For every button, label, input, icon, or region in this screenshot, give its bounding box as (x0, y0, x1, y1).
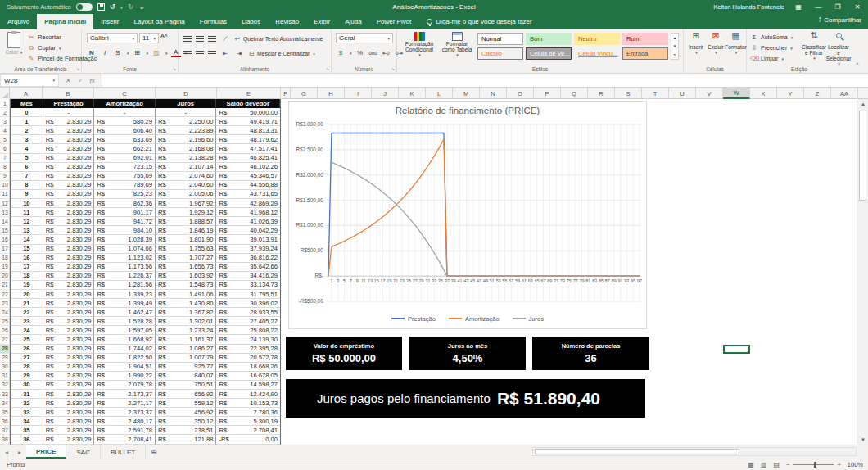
cell-value[interactable]: R$30.396,02 (216, 299, 280, 308)
cell-value[interactable]: R$2.830,29 (43, 435, 95, 444)
cell-value[interactable]: R$1.656,73 (156, 263, 217, 272)
cell-value[interactable]: R$1.462,47 (94, 308, 156, 317)
display-settings-icon[interactable]: ▦ (793, 3, 804, 11)
zoom-out-icon[interactable]: − (786, 461, 789, 468)
row-header-36[interactable]: 36 (0, 417, 10, 426)
kpi-installments[interactable]: Número de parcelas 36 (532, 337, 649, 370)
cell-mes[interactable]: 8 (11, 181, 43, 190)
cell-value[interactable]: R$1.929,12 (156, 208, 217, 217)
row-header-31[interactable]: 31 (0, 372, 10, 381)
comma-style-button[interactable]: 000 (368, 47, 378, 58)
cell-mes[interactable]: 21 (11, 299, 43, 308)
column-header-f[interactable]: F (281, 88, 291, 99)
align-middle-icon[interactable] (196, 36, 204, 42)
cell-mes[interactable]: 11 (11, 208, 43, 217)
save-icon[interactable] (97, 3, 105, 11)
ribbon-tab-pa-gina-inicial[interactable]: Página Inicial (37, 14, 93, 29)
gallery-down-icon[interactable]: ▾ (674, 43, 676, 48)
kpi-loan-value[interactable]: Valor do empréstimo R$ 50.000,00 (286, 337, 402, 370)
cell-value[interactable]: R$2.480,17 (94, 417, 156, 426)
cell-value[interactable]: R$1.967,92 (156, 199, 217, 208)
row-header-8[interactable]: 8 (0, 163, 10, 172)
cell-value[interactable]: R$44.556,88 (216, 181, 280, 190)
row-header-23[interactable]: 23 (0, 299, 10, 308)
row-header-15[interactable]: 15 (0, 226, 10, 235)
cell-value[interactable]: R$48.179,62 (216, 135, 280, 144)
table-header-me-s[interactable]: Mês (11, 99, 43, 108)
cell-value[interactable]: R$2.830,29 (43, 272, 95, 281)
undo-dropdown-icon[interactable]: ▾ (120, 5, 123, 10)
cell-value[interactable]: R$1.888,57 (156, 217, 217, 226)
cell-value[interactable]: R$1.990,22 (94, 372, 156, 381)
cell-value[interactable]: R$45.346,57 (216, 172, 280, 181)
cell-value[interactable]: R$28.933,55 (216, 308, 280, 317)
gallery-more-icon[interactable]: ≡ (674, 52, 676, 57)
sheet-tab-bullet[interactable]: BULLET (101, 445, 146, 459)
cell-value[interactable]: R$2.830,29 (43, 390, 95, 399)
row-header-17[interactable]: 17 (0, 245, 10, 254)
add-sheet-button[interactable]: ⊕ (146, 445, 162, 459)
cell-value[interactable]: R$1.597,05 (94, 326, 156, 335)
cell-value[interactable]: R$633,69 (94, 135, 156, 144)
borders-button[interactable]: ⊞ (133, 47, 142, 58)
cell-value[interactable]: R$22.395,28 (216, 345, 280, 354)
cell-value[interactable]: R$2.830,29 (43, 326, 95, 335)
row-header-14[interactable]: 14 (0, 217, 10, 226)
cell-value[interactable]: R$18.668,26 (216, 363, 280, 372)
sheet-tab-price[interactable]: PRICE (26, 445, 66, 459)
cell-value[interactable]: R$2.830,29 (43, 135, 95, 144)
cell-value[interactable]: R$1.668,92 (94, 335, 156, 344)
cell-value[interactable]: R$2.005,06 (156, 190, 217, 199)
ribbon-tab-ajuda[interactable]: Ajuda (337, 14, 368, 29)
cell-value[interactable]: R$1.161,37 (156, 335, 217, 344)
cell-mes[interactable]: 29 (11, 372, 43, 381)
row-header-11[interactable]: 11 (0, 190, 10, 199)
cell-value[interactable]: R$1.430,80 (156, 299, 217, 308)
clipboard-dialog-launcher-icon[interactable]: ↘ (76, 66, 79, 71)
row-header-27[interactable]: 27 (0, 335, 10, 344)
cell-value[interactable]: R$2.591,78 (94, 426, 156, 435)
cell-value[interactable]: R$1.603,92 (156, 272, 217, 281)
cell-value[interactable]: R$2.830,29 (43, 190, 95, 199)
column-header-w[interactable]: W (723, 88, 750, 99)
cell-value[interactable]: R$1.086,27 (156, 345, 217, 354)
row-header-35[interactable]: 35 (0, 408, 10, 417)
cell-value[interactable]: R$1.755,63 (156, 245, 217, 254)
sort-filter-button[interactable]: ⇅Classificar e Filtrar▾ (802, 33, 825, 61)
cell-value[interactable]: R$2.830,29 (43, 199, 95, 208)
column-header-g[interactable]: G (291, 88, 318, 99)
selected-cell[interactable] (723, 345, 750, 354)
cell-value[interactable]: R$2.830,29 (43, 308, 95, 317)
cell-value[interactable]: R$1.367,82 (156, 308, 217, 317)
clear-button[interactable]: ⌫Limpar▾ (750, 53, 793, 64)
kpi-monthly-interest[interactable]: Juros ao mês 4,50% (409, 337, 526, 370)
cell-value[interactable]: R$5.300,19 (216, 417, 280, 426)
cell-value[interactable]: R$2.107,14 (156, 163, 217, 172)
cell-value[interactable]: R$2.830,29 (43, 281, 95, 290)
normal-view-icon[interactable]: ▦ (748, 461, 754, 468)
cell-value[interactable]: R$41.026,39 (216, 217, 280, 226)
cell-mes[interactable]: 22 (11, 308, 43, 317)
zoom-in-icon[interactable]: + (837, 461, 840, 468)
page-break-view-icon[interactable]: ▤ (773, 461, 780, 468)
cell-value[interactable]: R$901,17 (94, 208, 156, 217)
font-size-select[interactable]: 11▾ (139, 33, 159, 43)
column-header-q[interactable]: Q (561, 88, 588, 99)
row-header-29[interactable]: 29 (0, 354, 10, 363)
cell-value[interactable]: R$1.548,73 (156, 281, 217, 290)
sheet-tab-sac[interactable]: SAC (66, 445, 100, 459)
ribbon-tab-dados[interactable]: Dados (234, 14, 268, 29)
increase-indent-icon[interactable]: ⇥ (234, 48, 244, 59)
cell-value[interactable]: R$755,69 (94, 172, 156, 181)
customize-toolbar-icon[interactable]: ⌄ (138, 3, 145, 11)
cell-value[interactable]: R$692,01 (94, 154, 156, 163)
row-header-4[interactable]: 4 (0, 126, 10, 135)
cell-value[interactable]: R$2.830,29 (43, 354, 95, 363)
cell-mes[interactable]: 12 (11, 217, 43, 226)
format-as-table-button[interactable]: Formatar como Tabela▾ (439, 32, 475, 58)
cell-style-ce-lula-vincu[interactable]: Célula Vincu... (574, 47, 620, 60)
cell-value[interactable]: R$2.373,37 (94, 408, 156, 417)
column-header-v[interactable]: V (696, 88, 723, 99)
cell-mes[interactable]: 33 (11, 408, 43, 417)
cell-value[interactable]: R$1.491,06 (156, 290, 217, 299)
